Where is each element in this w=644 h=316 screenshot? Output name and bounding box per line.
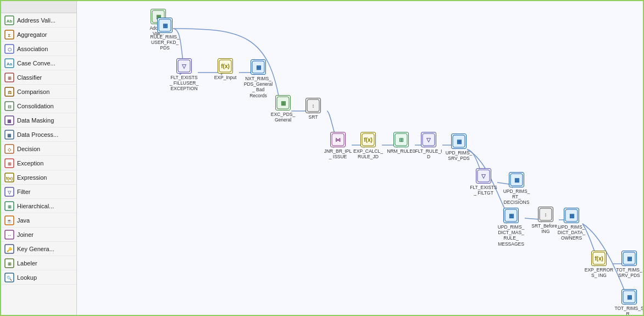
node-icon-n13: ▽ bbox=[476, 168, 491, 184]
svg-text:↔: ↔ bbox=[7, 233, 12, 238]
svg-text:⊞: ⊞ bbox=[8, 76, 12, 81]
sidebar-item-joiner[interactable]: ↔ Joiner bbox=[1, 228, 76, 242]
svg-text:Σ: Σ bbox=[8, 33, 11, 38]
node-n11[interactable]: ▽ FLT_RULE_ID bbox=[414, 132, 443, 159]
node-icon-n2: ▦ bbox=[157, 18, 173, 33]
node-n16[interactable]: ↕ SRT_Before_ ING bbox=[531, 207, 560, 234]
sidebar-item-association[interactable]: ⬡ Association bbox=[1, 42, 76, 56]
sidebar-item-data-masking[interactable]: ▦ Data Masking bbox=[1, 113, 76, 127]
sidebar-item-expression[interactable]: f(x) Expression bbox=[1, 170, 76, 185]
sidebar-label-10: Exception bbox=[17, 160, 43, 167]
sidebar-item-key-genera---[interactable]: 🔑 Key Genera... bbox=[1, 242, 76, 256]
sidebar-item-decision[interactable]: ◇ Decision bbox=[1, 142, 76, 156]
sidebar-item-data-process---[interactable]: ▦ Data Process... bbox=[1, 127, 76, 142]
svg-text:▽: ▽ bbox=[426, 137, 431, 143]
svg-text:⊞: ⊞ bbox=[8, 162, 12, 167]
node-n12[interactable]: ▦ UPD_RIMS_ SRV_PDS bbox=[444, 134, 474, 161]
node-n9[interactable]: f(x) EXP_CALCL_ RULE_JD bbox=[353, 132, 383, 159]
node-n4[interactable]: f(x) EXP_Input bbox=[210, 58, 240, 80]
svg-text:▦: ▦ bbox=[163, 23, 168, 29]
sidebar-icon-2: ⬡ bbox=[4, 44, 14, 54]
sidebar-icon-7: ▦ bbox=[4, 115, 14, 125]
svg-text:▦: ▦ bbox=[7, 119, 12, 124]
svg-text:☕: ☕ bbox=[7, 218, 12, 224]
svg-text:▦: ▦ bbox=[457, 138, 462, 145]
sidebar-header bbox=[1, 1, 76, 13]
sidebar-icon-8: ▦ bbox=[4, 130, 14, 140]
node-label-n20: TOT_RIMS_SR_ PDS_GENERAL bbox=[614, 306, 643, 315]
sidebar-item-aggregator[interactable]: Σ Aggregator bbox=[1, 27, 76, 42]
node-label-n15: UPD_RIMS_ DICT_MAS_ RULE_ MESSAGES bbox=[496, 224, 526, 247]
sidebar: Ab Address Vali... Σ Aggregator ⬡ Associ… bbox=[1, 1, 77, 315]
node-icon-n16: ↕ bbox=[538, 207, 553, 222]
sidebar-item-java[interactable]: ☕ Java bbox=[1, 213, 76, 228]
node-label-n10: NRM_RULE0 bbox=[387, 148, 415, 154]
node-icon-n10: ⊞ bbox=[393, 132, 409, 147]
sidebar-icon-10: ⊞ bbox=[4, 158, 14, 168]
sidebar-icon-1: Σ bbox=[4, 30, 14, 40]
sidebar-label-13: Hierarchical... bbox=[17, 203, 54, 209]
svg-text:f(x): f(x) bbox=[364, 137, 373, 143]
sidebar-label-15: Joiner bbox=[17, 231, 34, 238]
sidebar-label-9: Decision bbox=[17, 146, 40, 152]
node-icon-n14: ▦ bbox=[509, 172, 524, 187]
svg-text:⚖: ⚖ bbox=[8, 90, 12, 95]
svg-text:◇: ◇ bbox=[7, 147, 12, 152]
sidebar-label-17: Labeler bbox=[17, 260, 37, 267]
node-n15[interactable]: ▦ UPD_RIMS_ DICT_MAS_ RULE_ MESSAGES bbox=[496, 208, 526, 247]
svg-text:▦: ▦ bbox=[281, 100, 286, 106]
sidebar-icon-6: ⊟ bbox=[4, 101, 14, 111]
node-icon-n20: ▦ bbox=[621, 289, 637, 304]
node-n5[interactable]: ▦ NXT_RIMS_ PDS_General_ Bad Records bbox=[243, 59, 273, 98]
node-label-n2: RULE_RIMS_ USER_FKD_PDS bbox=[150, 34, 180, 51]
sidebar-item-consolidation[interactable]: ⊟ Consolidation bbox=[1, 99, 76, 113]
sidebar-item-filter[interactable]: ▽ Filter bbox=[1, 185, 76, 199]
node-label-n6: EXC_PDS_ General bbox=[268, 112, 298, 123]
svg-text:🔑: 🔑 bbox=[7, 247, 12, 252]
node-label-n11: FLT_RULE_ID bbox=[414, 148, 443, 159]
sidebar-icon-12: ▽ bbox=[4, 187, 14, 197]
node-icon-n8: ⋈ bbox=[330, 132, 346, 147]
sidebar-icon-4: ⊞ bbox=[4, 73, 14, 82]
node-n19[interactable]: ▦ TOT_RIMS_ SRV_PDS bbox=[614, 251, 643, 278]
svg-text:⬡: ⬡ bbox=[8, 47, 12, 52]
sidebar-icon-16: 🔑 bbox=[4, 244, 14, 254]
node-icon-n4: f(x) bbox=[218, 58, 233, 74]
sidebar-item-address-vali---[interactable]: Ab Address Vali... bbox=[1, 13, 76, 27]
canvas-area[interactable]: ▦ Address Vali... ▦ RULE_RIMS_ USER_FKD_… bbox=[77, 1, 643, 315]
sidebar-label-7: Data Masking bbox=[17, 117, 54, 124]
sidebar-item-classifier[interactable]: ⊞ Classifier bbox=[1, 70, 76, 85]
node-n6[interactable]: ▦ EXC_PDS_ General bbox=[268, 95, 298, 123]
node-n7[interactable]: ↕ SRT bbox=[298, 98, 328, 120]
sidebar-label-3: Case Conve... bbox=[17, 60, 55, 66]
svg-text:▦: ▦ bbox=[256, 64, 261, 70]
sidebar-label-4: Classifier bbox=[17, 74, 42, 81]
sidebar-icon-11: f(x) bbox=[4, 173, 14, 182]
node-n2[interactable]: ▦ RULE_RIMS_ USER_FKD_PDS bbox=[150, 18, 180, 51]
node-n10[interactable]: ⊞ NRM_RULE0 bbox=[386, 132, 416, 154]
node-n3[interactable]: ▽ FLT_EXISTS_ FILLUSER_ EXCEPTION bbox=[169, 58, 199, 92]
sidebar-label-14: Java bbox=[17, 217, 30, 224]
node-icon-n15: ▦ bbox=[503, 208, 519, 223]
node-n18[interactable]: f(x) EXP_ERRORS_ ING bbox=[584, 251, 614, 278]
sidebar-item-labeler[interactable]: ⊞ Labeler bbox=[1, 256, 76, 270]
sidebar-icon-18: 🔍 bbox=[4, 273, 14, 282]
sidebar-item-case-conve---[interactable]: Aa Case Conve... bbox=[1, 56, 76, 70]
node-n13[interactable]: ▽ FLT_EXISTS_ FILTGT bbox=[469, 168, 498, 196]
svg-text:⊞: ⊞ bbox=[8, 204, 12, 209]
node-n17[interactable]: ▦ UPD_RIMS_ DICT_DATA_ OWNERS bbox=[557, 208, 586, 241]
sidebar-item-hierarchical---[interactable]: ⊞ Hierarchical... bbox=[1, 199, 76, 213]
node-n20[interactable]: ▦ TOT_RIMS_SR_ PDS_GENERAL bbox=[614, 289, 643, 315]
node-icon-n6: ▦ bbox=[275, 95, 291, 110]
sidebar-item-comparison[interactable]: ⚖ Comparison bbox=[1, 85, 76, 99]
sidebar-item-lookup[interactable]: 🔍 Lookup bbox=[1, 270, 76, 285]
sidebar-item-exception[interactable]: ⊞ Exception bbox=[1, 156, 76, 170]
sidebar-label-8: Data Process... bbox=[17, 131, 58, 138]
svg-text:↕: ↕ bbox=[312, 103, 315, 109]
sidebar-label-2: Association bbox=[17, 46, 48, 52]
node-n8[interactable]: ⋈ JNR_BR_IPL_ ISSUE bbox=[323, 132, 353, 159]
svg-text:▽: ▽ bbox=[181, 63, 187, 69]
node-n14[interactable]: ▦ UPD_RIMS_RT_ DECISIONS bbox=[502, 172, 531, 206]
sidebar-icon-3: Aa bbox=[4, 58, 14, 68]
sidebar-label-11: Expression bbox=[17, 174, 47, 181]
